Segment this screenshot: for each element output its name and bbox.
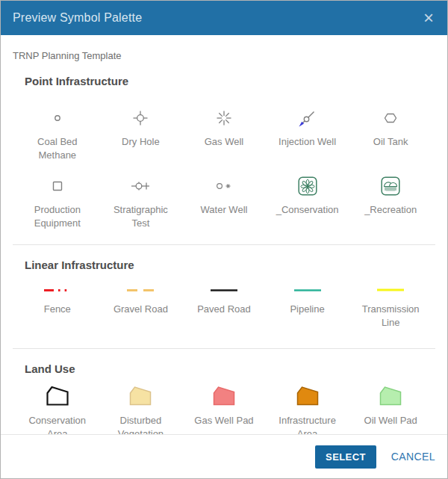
close-icon[interactable]: ×: [422, 9, 435, 27]
symbol-label: _Conservation: [276, 203, 339, 217]
symbol-label: Gas Well Pad: [194, 414, 253, 427]
symbol-cell-dry-hole: Dry Hole: [99, 105, 183, 161]
symbol-cell-water-well: Water Well: [182, 173, 266, 229]
symbol-label: Water Well: [201, 203, 248, 217]
symbol-label: Coal Bed Methane: [21, 135, 94, 161]
dialog-titlebar: Preview Symbol Palette ×: [1, 1, 447, 35]
symbol-label: Stratigraphic Test: [104, 203, 177, 229]
symbol-label: Paved Road: [197, 303, 251, 316]
conservation-area-polygon-symbol: [45, 384, 70, 408]
section-heading-point-infrastructure: Point Infrastructure: [25, 75, 423, 87]
cancel-button[interactable]: CANCEL: [391, 451, 435, 463]
symbol-cell-pipeline: Pipeline: [266, 271, 349, 329]
recreation-icon: [381, 173, 400, 199]
section-divider: [13, 348, 435, 349]
gas-well-pad-polygon-symbol: [211, 384, 237, 408]
disturbed-vegetation-polygon-symbol: [128, 384, 153, 408]
symbol-cell-gas-well: Gas Well: [182, 105, 266, 161]
dialog-footer: SELECT CANCEL: [1, 434, 447, 478]
symbol-cell-fence: Fence: [16, 271, 99, 329]
symbol-cell-transmission-line: Transmission Line: [349, 271, 432, 329]
symbol-cell-gas-well-pad: Gas Well Pad: [182, 375, 266, 434]
symbol-label: Oil Well Pad: [364, 414, 417, 427]
symbol-cell-recreation: _Recreation: [349, 173, 432, 229]
select-button[interactable]: SELECT: [315, 445, 376, 469]
symbol-cell-conservation: _Conservation: [266, 173, 349, 229]
symbol-label: Conservation Area: [21, 414, 94, 434]
dialog-title: Preview Symbol Palette: [13, 11, 142, 25]
symbol-label: Oil Tank: [373, 135, 408, 149]
template-name: TRNP Planning Template: [13, 50, 435, 61]
section-heading-land-use: Land Use: [25, 362, 423, 375]
symbol-cell-stratigraphic-test: Stratigraphic Test: [99, 173, 183, 229]
gas-well-symbol: [217, 105, 231, 131]
pipeline-line-symbol: [294, 285, 321, 295]
section-heading-linear-infrastructure: Linear Infrastructure: [25, 259, 423, 271]
symbol-cell-coal-bed-methane: Coal Bed Methane: [16, 105, 99, 161]
conservation-icon: [298, 173, 317, 199]
symbol-cell-oil-tank: Oil Tank: [349, 105, 432, 161]
symbol-cell-injection-well: Injection Well: [266, 105, 349, 161]
transmission-line-symbol: [377, 285, 404, 295]
point-symbol-row-2: Production Equipment Stratigraphic Test: [16, 173, 432, 229]
fence-line-symbol: [44, 285, 71, 295]
paved-road-line-symbol: [211, 285, 237, 295]
symbol-label: Dry Hole: [122, 135, 160, 149]
injection-well-symbol: [298, 105, 317, 131]
dry-hole-symbol: [132, 105, 149, 131]
symbol-label: Transmission Line: [354, 303, 427, 329]
point-symbol-row-1: Coal Bed Methane Dry Hole: [16, 105, 432, 161]
coal-bed-methane-symbol: [54, 105, 61, 131]
production-equipment-symbol: [52, 173, 63, 199]
symbol-label: Pipeline: [290, 303, 324, 316]
symbol-label: _Recreation: [364, 203, 417, 217]
oil-tank-symbol: [384, 105, 397, 131]
symbol-label: Disturbed Vegetation: [104, 414, 177, 434]
linear-symbol-row: Fence Gravel Road Paved Road: [16, 271, 432, 329]
infrastructure-area-polygon-symbol: [295, 384, 320, 408]
symbol-cell-production-equipment: Production Equipment: [16, 173, 99, 229]
symbol-cell-paved-road: Paved Road: [182, 271, 266, 329]
symbol-cell-conservation-area: Conservation Area: [16, 375, 99, 434]
symbol-cell-gravel-road: Gravel Road: [99, 271, 183, 329]
landuse-symbol-row: Conservation Area Disturbed Vegetation G…: [16, 375, 432, 434]
dialog-content: TRNP Planning Template Point Infrastruct…: [1, 35, 447, 434]
gravel-road-line-symbol: [127, 285, 154, 295]
stratigraphic-test-symbol: [131, 173, 150, 199]
symbol-cell-infrastructure-area: Infrastructure Area: [266, 375, 349, 434]
symbol-cell-oil-well-pad: Oil Well Pad: [349, 375, 432, 434]
symbol-label: Fence: [44, 303, 71, 316]
preview-symbol-palette-dialog: Preview Symbol Palette × TRNP Planning T…: [0, 0, 448, 479]
water-well-symbol: [215, 173, 233, 199]
oil-well-pad-polygon-symbol: [378, 384, 403, 408]
symbol-label: Infrastructure Area: [271, 414, 344, 434]
symbol-label: Production Equipment: [21, 203, 94, 229]
symbol-cell-disturbed-vegetation: Disturbed Vegetation: [99, 375, 183, 434]
symbol-label: Injection Well: [279, 135, 336, 149]
symbol-label: Gravel Road: [113, 303, 168, 316]
symbol-label: Gas Well: [205, 135, 244, 149]
section-divider: [13, 244, 435, 245]
